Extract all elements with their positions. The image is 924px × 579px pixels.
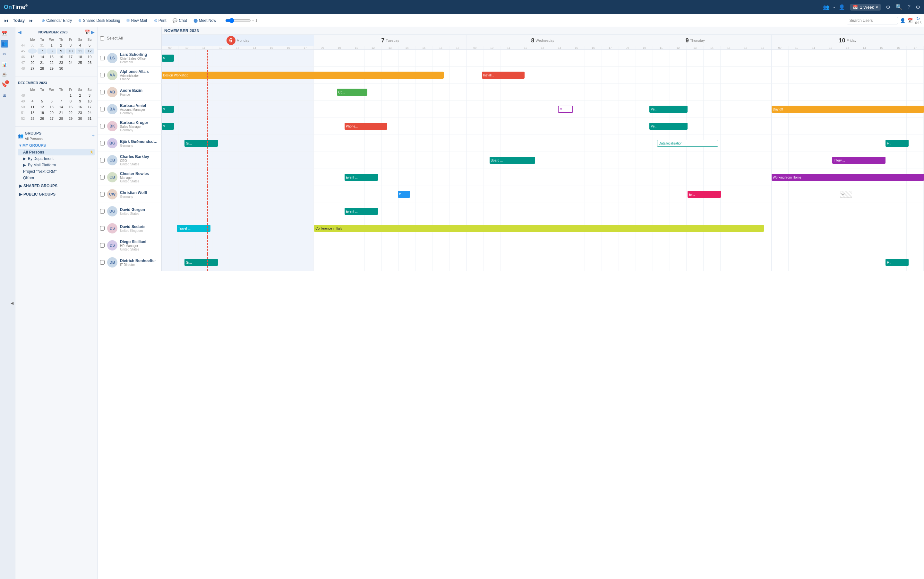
- event-day-off[interactable]: Day off: [772, 106, 924, 113]
- day-band-7-2[interactable]: [466, 169, 619, 186]
- day-band-1-4[interactable]: [772, 67, 924, 83]
- group-item-by-mail-platform[interactable]: ▶ By Mail Platform: [18, 162, 95, 168]
- group-item-by-department[interactable]: ▶ By Department: [18, 155, 95, 162]
- day-band-7-0[interactable]: [162, 169, 314, 186]
- day-band-0-3[interactable]: [619, 50, 772, 67]
- event-0-0[interactable]: N: [162, 55, 174, 62]
- user-checkbox-5[interactable]: [100, 141, 104, 146]
- sidebar-icon-mail[interactable]: ✉: [1, 50, 8, 58]
- day-band-11-0[interactable]: [162, 237, 314, 254]
- day-band-6-4[interactable]: Intervi...: [772, 152, 924, 168]
- calendar-search-icon[interactable]: 📅: [907, 18, 913, 23]
- event-6-0[interactable]: Board ...: [490, 157, 535, 164]
- event-8-2[interactable]: W: [840, 191, 852, 198]
- sidebar-icon-people[interactable]: 👥: [1, 40, 8, 47]
- day-band-5-4[interactable]: F...: [772, 135, 924, 152]
- refresh-area[interactable]: ↻ 0:15: [915, 16, 921, 25]
- user-checkbox-7[interactable]: [100, 175, 104, 180]
- group-item-qkom[interactable]: QKom: [18, 175, 95, 181]
- user-checkbox-3[interactable]: [100, 107, 104, 111]
- event-working-from-home[interactable]: Working from Home: [772, 174, 924, 181]
- event-1-1[interactable]: Install...: [482, 72, 525, 79]
- day-band-3-0[interactable]: S.: [162, 101, 314, 118]
- user-checkbox-8[interactable]: [100, 192, 104, 196]
- meet-now-btn[interactable]: ⬤ Meet Now: [191, 17, 219, 24]
- people-group-icon[interactable]: 👥: [823, 4, 829, 10]
- print-btn[interactable]: 🖨 Print: [151, 17, 169, 24]
- day-band-2-0[interactable]: [162, 84, 314, 100]
- app-logo[interactable]: OnTime®: [4, 4, 28, 11]
- day-band-8-4[interactable]: W: [772, 186, 924, 203]
- chat-btn[interactable]: 💬 Chat: [170, 17, 189, 24]
- user-checkbox-6[interactable]: [100, 158, 104, 162]
- next-btn[interactable]: ⏭: [28, 17, 35, 25]
- day-band-8-1[interactable]: D: [314, 186, 466, 203]
- day-band-6-2[interactable]: Board ...: [466, 152, 619, 168]
- sidebar-icon-grid[interactable]: ⊞: [1, 91, 8, 99]
- sidebar-icon-chart[interactable]: 📊: [1, 61, 8, 68]
- day-band-10-4[interactable]: [772, 220, 924, 237]
- user-checkbox-0[interactable]: [100, 56, 104, 61]
- event-5-2[interactable]: F...: [885, 140, 908, 147]
- day-band-6-0[interactable]: [162, 152, 314, 168]
- user-checkbox-9[interactable]: [100, 209, 104, 214]
- day-band-6-3[interactable]: [619, 152, 772, 168]
- event-8-0[interactable]: D: [398, 191, 410, 198]
- day-band-2-3[interactable]: [619, 84, 772, 100]
- day-band-0-4[interactable]: [772, 50, 924, 67]
- event-2-0[interactable]: Co...: [337, 88, 367, 96]
- search-icon[interactable]: 🔍: [895, 3, 903, 11]
- user-checkbox-2[interactable]: [100, 90, 104, 95]
- day-band-5-2[interactable]: [466, 135, 619, 152]
- gear-icon[interactable]: ⚙: [916, 4, 920, 10]
- day-band-2-2[interactable]: [466, 84, 619, 100]
- day-band-3-3[interactable]: Pe...: [619, 101, 772, 118]
- day-band-0-0[interactable]: N: [162, 50, 314, 67]
- event-12-0[interactable]: Gr...: [184, 259, 218, 266]
- today-btn[interactable]: Today: [10, 17, 27, 24]
- day-band-1-3[interactable]: [619, 67, 772, 83]
- user-search-icon[interactable]: 👤: [900, 18, 905, 23]
- event-design-workshop[interactable]: Design Workshop: [162, 72, 444, 79]
- day-band-8-0[interactable]: [162, 186, 314, 203]
- calendar-entry-btn[interactable]: ⊕ Calendar Entry: [39, 17, 75, 24]
- event-4-1[interactable]: Phone...: [345, 123, 387, 130]
- event-6-1[interactable]: Intervi...: [832, 157, 885, 164]
- event-5-0[interactable]: Gr...: [184, 140, 218, 147]
- day-band-11-4[interactable]: [772, 237, 924, 254]
- day-band-4-4[interactable]: [772, 118, 924, 134]
- day-band-9-2[interactable]: [466, 203, 619, 220]
- user-checkbox-4[interactable]: [100, 124, 104, 128]
- event-4-0[interactable]: S.: [162, 123, 174, 130]
- event-3-1[interactable]: O: [558, 106, 573, 113]
- select-all-checkbox[interactable]: [100, 36, 104, 41]
- day-band-0-2[interactable]: [466, 50, 619, 67]
- day-band-12-1[interactable]: [314, 254, 466, 271]
- day-band-9-0[interactable]: [162, 203, 314, 220]
- zoom-slider[interactable]: [225, 18, 251, 23]
- day-band-4-1[interactable]: Phone...: [314, 118, 466, 134]
- day-band-12-0[interactable]: Gr...: [162, 254, 314, 271]
- day-band-2-4[interactable]: [772, 84, 924, 100]
- event-9-0[interactable]: Event ...: [345, 208, 378, 215]
- group-item-next-crm[interactable]: Project "Next CRM": [18, 168, 95, 175]
- day-band-12-3[interactable]: [619, 254, 772, 271]
- event-5-1[interactable]: Data localisation: [657, 140, 718, 147]
- user-checkbox-12[interactable]: [100, 260, 104, 265]
- user-checkbox-10[interactable]: [100, 226, 104, 231]
- event-conference-italy[interactable]: Conference in Italy: [314, 225, 764, 232]
- zoom-minus[interactable]: -: [223, 19, 224, 23]
- sidebar-icon-coffee[interactable]: ☕: [1, 70, 8, 79]
- event-10-0[interactable]: Travel ...: [177, 225, 210, 232]
- day-band-0-1[interactable]: [314, 50, 466, 67]
- day-band-2-1[interactable]: Co...: [314, 84, 466, 100]
- day-band-9-1[interactable]: Event ...: [314, 203, 466, 220]
- event-3-2[interactable]: Pe...: [649, 106, 688, 113]
- day-band-12-4[interactable]: F...: [772, 254, 924, 271]
- day-band-7-1[interactable]: Event ...: [314, 169, 466, 186]
- day-band-9-4[interactable]: [772, 203, 924, 220]
- day-band-8-2[interactable]: [466, 186, 619, 203]
- search-users-input[interactable]: [847, 17, 898, 25]
- event-12-1[interactable]: F...: [885, 259, 908, 266]
- settings-icon[interactable]: ⚙: [886, 4, 890, 10]
